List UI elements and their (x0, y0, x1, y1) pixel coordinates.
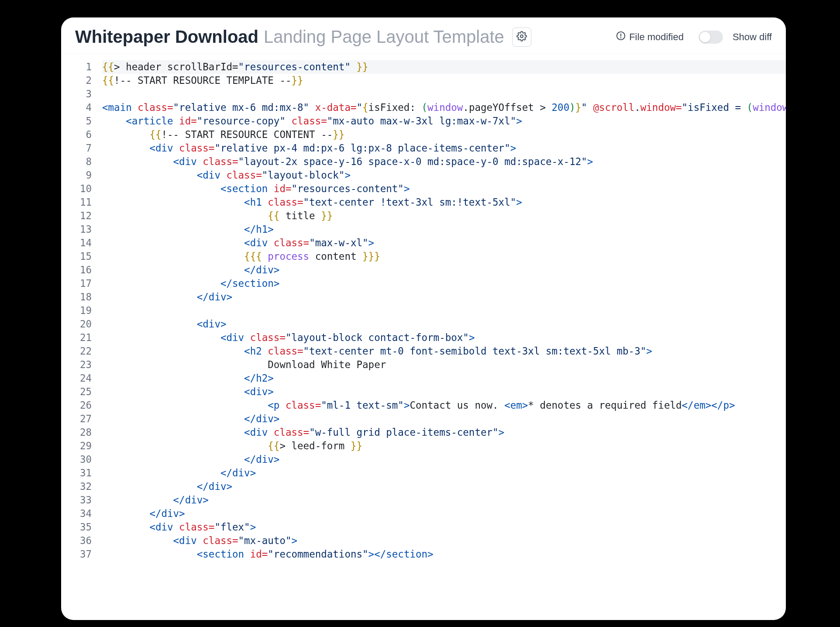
code-line[interactable]: </div> (102, 466, 786, 480)
code-line[interactable]: {{> header scrollBarId="resources-conten… (102, 60, 786, 74)
code-line[interactable]: <div> (102, 385, 786, 399)
line-number: 24 (61, 372, 92, 385)
line-number: 33 (61, 493, 92, 507)
stage: Whitepaper Download Landing Page Layout … (0, 0, 840, 627)
code-line[interactable]: </div> (102, 480, 786, 493)
code-editor[interactable]: 1234567891011121314151617181920212223242… (61, 54, 786, 620)
line-number: 30 (61, 453, 92, 466)
line-number: 8 (61, 155, 92, 169)
line-number: 12 (61, 209, 92, 223)
code-line[interactable]: </h1> (102, 223, 786, 236)
line-number: 22 (61, 345, 92, 358)
line-number: 14 (61, 236, 92, 250)
line-number: 26 (61, 399, 92, 412)
code-line[interactable] (102, 304, 786, 317)
line-number: 34 (61, 507, 92, 520)
code-line[interactable]: </div> (102, 493, 786, 507)
panel-title-sub: Landing Page Layout Template (264, 27, 504, 47)
code-line[interactable] (102, 87, 786, 101)
line-number: 9 (61, 169, 92, 182)
show-diff-toggle[interactable] (699, 31, 723, 44)
svg-point-3 (621, 38, 621, 38)
code-line[interactable]: <div class="flex"> (102, 520, 786, 534)
line-number: 23 (61, 358, 92, 372)
line-number: 27 (61, 412, 92, 426)
code-line[interactable]: <section id="recommendations"></section> (102, 548, 786, 561)
code-line[interactable]: <section id="resources-content"> (102, 182, 786, 196)
code-line[interactable]: <div class="max-w-xl"> (102, 236, 786, 250)
line-number: 7 (61, 141, 92, 155)
code-line[interactable]: </div> (102, 263, 786, 277)
line-number: 29 (61, 439, 92, 453)
code-line[interactable]: <h1 class="text-center !text-3xl sm:!tex… (102, 196, 786, 209)
code-line[interactable]: </h2> (102, 372, 786, 385)
line-number: 6 (61, 128, 92, 141)
code-line[interactable]: <p class="ml-1 text-sm">Contact us now. … (102, 399, 786, 412)
line-number: 16 (61, 263, 92, 277)
line-number: 31 (61, 466, 92, 480)
line-number: 5 (61, 114, 92, 128)
line-number: 19 (61, 304, 92, 317)
line-number: 18 (61, 290, 92, 304)
code-line[interactable]: <div class="w-full grid place-items-cent… (102, 426, 786, 439)
svg-point-0 (520, 35, 523, 38)
status-text: File modified (629, 31, 684, 43)
code-line[interactable]: </section> (102, 277, 786, 290)
line-number-gutter: 1234567891011121314151617181920212223242… (61, 54, 98, 620)
code-line[interactable]: <h2 class="text-center mt-0 font-semibol… (102, 345, 786, 358)
code-line[interactable]: {{{ process content }}} (102, 250, 786, 263)
code-line[interactable]: <div class="layout-block contact-form-bo… (102, 331, 786, 345)
code-line[interactable]: {{!-- START RESOURCE CONTENT --}} (102, 128, 786, 141)
line-number: 17 (61, 277, 92, 290)
line-number: 25 (61, 385, 92, 399)
line-number: 4 (61, 101, 92, 114)
line-number: 20 (61, 317, 92, 331)
code-line[interactable]: <div class="relative px-4 md:px-6 lg:px-… (102, 141, 786, 155)
code-line[interactable]: </div> (102, 453, 786, 466)
file-modified-status: File modified (616, 31, 684, 43)
line-number: 32 (61, 480, 92, 493)
line-number: 35 (61, 520, 92, 534)
alert-icon (616, 31, 626, 43)
code-line[interactable]: <div class="layout-2x space-y-16 space-x… (102, 155, 786, 169)
code-line[interactable]: {{!-- START RESOURCE TEMPLATE --}} (102, 74, 786, 87)
show-diff-label: Show diff (733, 31, 772, 43)
code-line[interactable]: </div> (102, 412, 786, 426)
code-line[interactable]: </div> (102, 507, 786, 520)
code-line[interactable]: {{> leed-form }} (102, 439, 786, 453)
editor-panel: Whitepaper Download Landing Page Layout … (61, 17, 786, 620)
line-number: 15 (61, 250, 92, 263)
panel-title-main: Whitepaper Download (75, 27, 258, 47)
panel-header: Whitepaper Download Landing Page Layout … (61, 17, 786, 54)
code-line[interactable]: <div class="mx-auto"> (102, 534, 786, 548)
line-number: 36 (61, 534, 92, 548)
toggle-knob (700, 32, 710, 42)
line-number: 37 (61, 548, 92, 561)
gear-icon (516, 31, 527, 43)
code-line[interactable]: </div> (102, 290, 786, 304)
code-line[interactable]: <article id="resource-copy" class="mx-au… (102, 114, 786, 128)
code-area[interactable]: {{> header scrollBarId="resources-conten… (98, 54, 786, 620)
line-number: 1 (61, 60, 92, 74)
line-number: 28 (61, 426, 92, 439)
line-number: 3 (61, 87, 92, 101)
line-number: 2 (61, 74, 92, 87)
code-line[interactable]: <main class="relative mx-6 md:mx-8" x-da… (102, 101, 786, 114)
code-line[interactable]: <div> (102, 317, 786, 331)
line-number: 11 (61, 196, 92, 209)
code-line[interactable]: Download White Paper (102, 358, 786, 372)
code-line[interactable]: {{ title }} (102, 209, 786, 223)
code-line[interactable]: <div class="layout-block"> (102, 169, 786, 182)
line-number: 10 (61, 182, 92, 196)
settings-button[interactable] (512, 28, 531, 47)
line-number: 13 (61, 223, 92, 236)
line-number: 21 (61, 331, 92, 345)
